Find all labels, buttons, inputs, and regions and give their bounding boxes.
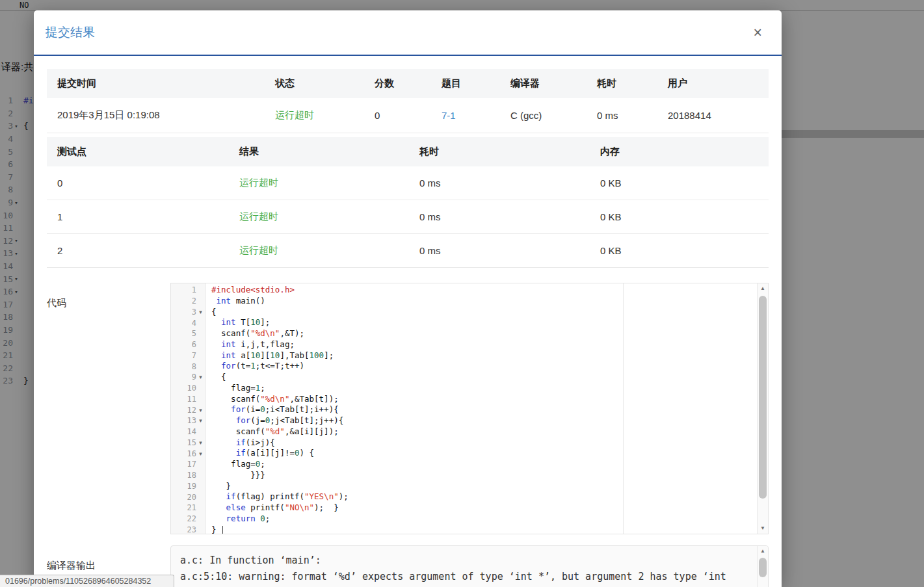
testcase-memory: 0 KB [590, 200, 769, 234]
code-line: scanf("%d\n",&T); [211, 328, 768, 339]
line-number: 19 [187, 482, 196, 491]
code-token: 0 [260, 514, 265, 523]
code-line: if(flag) printf("YES\n"); [211, 491, 768, 502]
line-number: 15 [187, 438, 196, 447]
code-editor[interactable]: 123▾456789▾101112▾13▾1415▾16▾17181920212… [170, 283, 769, 534]
table-row: 0运行超时0 ms0 KB [47, 166, 769, 200]
code-line: int a[10][10],Tab[100]; [211, 350, 768, 361]
submission-user: 20188414 [657, 98, 769, 133]
code-token: ,&a[i][j]); [285, 426, 339, 436]
gutter-line: 22 [171, 514, 205, 525]
column-header: 结果 [229, 137, 409, 166]
code-token [211, 491, 226, 501]
line-number: 17 [187, 460, 196, 469]
code-token [211, 361, 221, 371]
code-token: ; [260, 459, 265, 469]
line-number: 5 [192, 329, 196, 338]
code-token: else [226, 502, 246, 512]
code-scrollbar[interactable]: ▲ ▼ [757, 283, 768, 534]
close-icon[interactable]: × [754, 25, 762, 40]
code-token: "%d\n" [260, 394, 289, 404]
code-token: flag= [211, 459, 256, 469]
column-header: 耗时 [587, 69, 657, 98]
gutter-line: 10 [171, 383, 205, 394]
table-row: 2运行超时0 ms0 KB [47, 234, 769, 268]
compiler-output: a.c: In function ‘main’:a.c:5:10: warnin… [170, 545, 769, 587]
scroll-up-icon[interactable]: ▲ [758, 546, 768, 556]
code-token: int [221, 350, 236, 360]
code-token: printf( [246, 502, 285, 512]
code-token: main() [231, 296, 265, 306]
testcase-time: 0 ms [409, 234, 590, 268]
code-token: 10 [270, 350, 280, 360]
code-token: ;t<=T;t++) [256, 361, 304, 371]
problem-link[interactable]: 7-1 [431, 98, 500, 133]
code-token: }}} [211, 470, 265, 480]
fold-icon[interactable]: ▾ [196, 439, 205, 446]
testcase-memory: 0 KB [590, 166, 769, 200]
compiler-scrollbar[interactable]: ▲ [757, 546, 768, 587]
code-token: (a[i][j]!= [246, 448, 295, 458]
code-line: #include<stdio.h> [211, 285, 768, 296]
gutter-line: 7 [171, 350, 205, 361]
fold-icon[interactable]: ▾ [196, 374, 205, 380]
fold-icon[interactable]: ▾ [196, 450, 205, 457]
code-line: return 0; [211, 514, 768, 525]
gutter-line: 8 [171, 361, 205, 372]
testcase-id: 2 [47, 234, 229, 268]
code-line: { [211, 307, 768, 318]
code-line: } [211, 481, 768, 492]
code-token: "NO\n" [285, 502, 314, 512]
gutter-line: 13▾ [171, 415, 205, 426]
fold-icon[interactable]: ▾ [196, 417, 205, 424]
code-token: "YES\n" [304, 491, 339, 501]
line-number: 21 [187, 503, 196, 512]
column-header: 分数 [364, 69, 431, 98]
code-token: ]; [260, 317, 270, 327]
gutter-line: 18 [171, 470, 205, 481]
testcase-id: 0 [47, 166, 229, 200]
column-header: 题目 [431, 69, 500, 98]
code-line: for(i=0;i<Tab[t];i++){ [211, 404, 768, 415]
code-token: int [221, 339, 236, 349]
gutter-line: 16▾ [171, 448, 205, 459]
scroll-down-icon[interactable]: ▼ [758, 523, 768, 534]
fold-icon[interactable]: ▾ [196, 407, 205, 413]
column-header: 测试点 [47, 137, 229, 166]
scroll-up-icon[interactable]: ▲ [758, 283, 768, 294]
scrollbar-thumb[interactable] [759, 558, 767, 577]
code-line: for(j=0;j<Tab[t];j++){ [211, 415, 768, 426]
code-token: ;i<Tab[t];i++){ [265, 404, 339, 414]
code-token: ][ [260, 350, 270, 360]
table-header-row: 测试点结果耗时内存 [47, 137, 769, 166]
scrollbar-thumb[interactable] [759, 296, 767, 499]
code-line: if(i>j){ [211, 437, 768, 449]
code-token [211, 437, 236, 447]
line-number: 4 [192, 319, 196, 328]
editor-ruler [623, 283, 624, 534]
submission-score: 0 [364, 98, 431, 133]
code-token: ) { [300, 448, 315, 458]
line-number: 22 [187, 514, 196, 523]
code-token: ,&Tab[t]); [289, 394, 338, 404]
code-token: 1 [250, 361, 256, 371]
code-token: 0 [260, 404, 265, 414]
code-token: 10 [250, 350, 260, 360]
line-number: 1 [192, 285, 196, 294]
column-header: 耗时 [409, 137, 590, 166]
code-token: { [211, 372, 226, 382]
code-line: scanf("%d",&a[i][j]); [211, 426, 768, 437]
column-header: 提交时间 [47, 69, 265, 98]
line-number: 9 [192, 372, 196, 382]
submission-status: 运行超时 [265, 98, 364, 133]
modal-title: 提交结果 [46, 24, 95, 41]
table-header-row: 提交时间状态分数题目编译器耗时用户 [47, 69, 769, 98]
gutter-line: 17 [171, 459, 205, 470]
code-content: #include<stdio.h> int main(){ int T[10];… [205, 283, 768, 534]
code-token: ; [265, 514, 271, 523]
gutter-line: 14 [171, 426, 205, 437]
fold-icon[interactable]: ▾ [196, 309, 205, 315]
code-line: flag=0; [211, 459, 768, 470]
code-token: for [221, 361, 236, 371]
code-token: 10 [250, 317, 260, 327]
